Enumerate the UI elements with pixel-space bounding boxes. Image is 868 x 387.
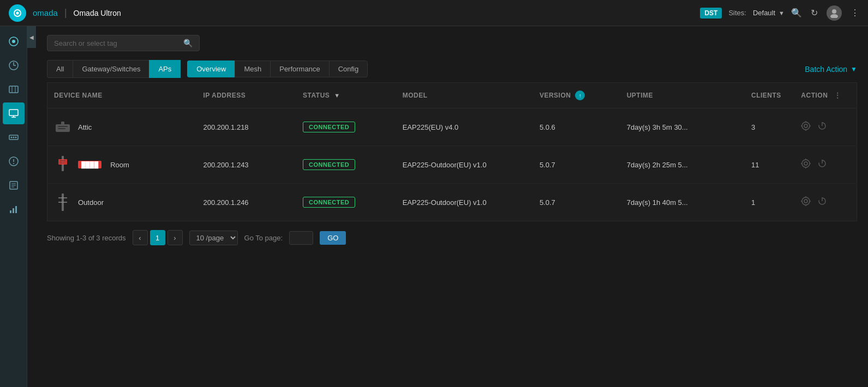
collapse-icon: ◀ (29, 34, 34, 40)
device-table: DEVICE NAME IP ADDRESS STATUS ▼ MODEL (47, 82, 857, 221)
svg-rect-32 (58, 128, 65, 129)
col-header-action: ACTION ⋮ (794, 83, 857, 108)
svg-rect-27 (10, 210, 11, 213)
app-logo[interactable] (9, 4, 26, 22)
power-icon-2[interactable] (817, 159, 827, 171)
batch-action-label: Batch Action (805, 65, 847, 74)
cell-ip-2: 200.200.1.243 (196, 146, 296, 184)
sidebar-collapse-btn[interactable]: ◀ (27, 26, 36, 48)
nav-divider: | (64, 7, 67, 19)
main-content: 🔍 All Gateway/Switches APs Overview Mesh… (36, 26, 868, 387)
svg-point-47 (804, 162, 807, 165)
goto-go-button[interactable]: GO (320, 231, 346, 245)
app-title: Omada Ultron (74, 9, 121, 17)
device-icon-1 (54, 118, 71, 136)
pagination-buttons: ‹ 1 › (133, 230, 183, 245)
tab-overview[interactable]: Overview (187, 61, 235, 77)
cell-action-3 (794, 184, 857, 221)
tag-search-container: 🔍 (47, 35, 200, 51)
tab-performance[interactable]: Performance (270, 61, 328, 77)
device-icon-2 (54, 156, 71, 173)
tab-gateway[interactable]: Gateway/Switches (73, 60, 149, 78)
sidebar (0, 26, 27, 387)
tab-mesh[interactable]: Mesh (235, 61, 270, 77)
search-icon[interactable]: 🔍 (791, 8, 802, 18)
page-1-btn[interactable]: 1 (150, 230, 165, 245)
tab-all[interactable]: All (47, 60, 73, 78)
version-sort-icon[interactable]: ↑ (575, 90, 585, 100)
locate-icon-1[interactable] (801, 121, 811, 134)
goto-page-input[interactable] (289, 231, 313, 245)
table-header: DEVICE NAME IP ADDRESS STATUS ▼ MODEL (47, 83, 857, 108)
tab-aps[interactable]: APs (149, 60, 181, 78)
sites-dropdown[interactable]: Default ▼ (753, 9, 785, 17)
svg-rect-45 (60, 162, 64, 164)
cell-status-2: CONNECTED (296, 146, 396, 184)
cell-uptime-3: 7day(s) 1h 40m 5... (620, 184, 745, 221)
cell-version-1: 5.0.6 (533, 108, 620, 146)
svg-point-34 (802, 122, 810, 130)
sidebar-item-switches[interactable] (3, 126, 25, 148)
page-size-select[interactable]: 10 /page 20 /page 50 /page (189, 231, 238, 245)
sidebar-item-stats[interactable] (3, 198, 25, 220)
sidebar-item-map[interactable] (3, 78, 25, 100)
omada-wordmark: omada (33, 8, 58, 17)
dst-badge[interactable]: DST (700, 8, 722, 19)
device-name-1: Attic (78, 123, 92, 131)
cell-ip-1: 200.200.1.218 (196, 108, 296, 146)
omada-brand: omada (33, 8, 58, 17)
cell-clients-2: 11 (745, 146, 794, 184)
power-icon-1[interactable] (817, 121, 827, 134)
main-layout: ◀ 🔍 All Gateway/Switches APs Overview Me… (0, 26, 868, 387)
device-name-2: Room (110, 161, 129, 169)
sites-label: Sites: (728, 9, 746, 17)
next-page-btn[interactable]: › (167, 230, 183, 245)
cell-model-1: EAP225(EU) v4.0 (396, 108, 533, 146)
col-header-clients: CLIENTS (745, 83, 794, 108)
cell-ip-3: 200.200.1.246 (196, 184, 296, 221)
tag-search-input[interactable] (54, 39, 179, 47)
cell-device-name-3: Outdoor (47, 184, 197, 221)
status-filter-icon[interactable]: ▼ (334, 92, 340, 99)
sidebar-item-devices[interactable] (3, 102, 25, 124)
svg-point-4 (830, 14, 838, 18)
device-icon-3 (54, 194, 71, 211)
sidebar-item-logs[interactable] (3, 174, 25, 196)
cell-status-3: CONNECTED (296, 184, 396, 221)
col-more-icon[interactable]: ⋮ (834, 92, 841, 99)
batch-action-chevron-icon: ▼ (851, 65, 857, 73)
sidebar-item-clock[interactable] (3, 55, 25, 76)
sidebar-item-dashboard[interactable] (3, 31, 25, 52)
more-options-icon[interactable]: ⋮ (851, 8, 859, 18)
svg-rect-44 (60, 160, 65, 161)
batch-action-btn[interactable]: Batch Action ▼ (805, 65, 857, 74)
top-nav: omada | Omada Ultron DST Sites: Default … (0, 0, 868, 26)
svg-point-58 (804, 199, 807, 203)
col-header-uptime: UPTIME (620, 83, 745, 108)
device-type-tabs: All Gateway/Switches APs (47, 60, 181, 78)
view-tabs: Overview Mesh Performance Config (187, 61, 368, 77)
pagination-row: Showing 1-3 of 3 records ‹ 1 › 10 /page … (47, 221, 857, 250)
cell-uptime-2: 7day(s) 2h 25m 5... (620, 146, 745, 184)
col-header-device-name: DEVICE NAME (47, 83, 197, 108)
sidebar-item-alerts[interactable] (3, 150, 25, 172)
svg-rect-29 (15, 206, 17, 213)
locate-icon-3[interactable] (801, 196, 811, 209)
svg-rect-33 (61, 122, 64, 125)
tab-config[interactable]: Config (329, 61, 368, 77)
cell-clients-1: 3 (745, 108, 794, 146)
cell-device-name-2: ████ Room (47, 146, 197, 184)
cell-uptime-1: 7day(s) 3h 5m 30... (620, 108, 745, 146)
prev-page-btn[interactable]: ‹ (133, 230, 148, 245)
avatar[interactable] (827, 5, 842, 21)
pagination-info: Showing 1-3 of 3 records (47, 234, 126, 242)
col-header-model: MODEL (396, 83, 533, 108)
refresh-icon[interactable]: ↻ (811, 8, 818, 18)
svg-point-2 (16, 11, 19, 14)
power-icon-3[interactable] (817, 196, 827, 209)
col-header-version[interactable]: VERSION ↑ (533, 83, 620, 108)
col-header-status[interactable]: STATUS ▼ (296, 83, 396, 108)
all-tabs: All Gateway/Switches APs Overview Mesh P… (47, 60, 368, 78)
cell-clients-3: 1 (745, 184, 794, 221)
locate-icon-2[interactable] (801, 159, 811, 171)
